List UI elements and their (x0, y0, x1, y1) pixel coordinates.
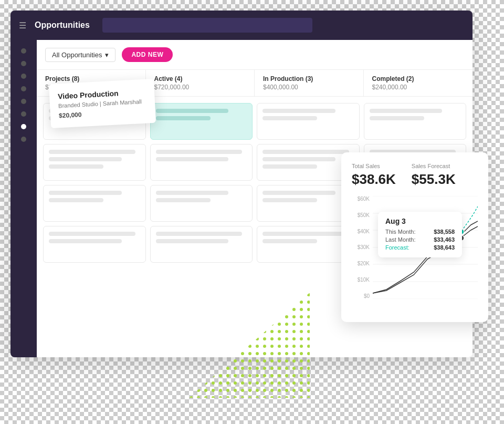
filter-button[interactable]: All Opportunities ▾ (45, 48, 116, 62)
forecast-label: Sales Forecast (412, 163, 456, 169)
y-label-20k: $20K (352, 261, 373, 266)
col-header-production: In Production (3) $400,000.00 (255, 70, 364, 96)
kanban-card[interactable] (43, 144, 146, 181)
col-amount-completed: $240,000.00 (372, 84, 465, 91)
chart-plot: Aug 3 This Month: $38,558 Last Month: $3… (373, 196, 478, 299)
card-line (156, 150, 243, 154)
analytics-panel: Total Sales $38.6K Sales Forecast $55.3K… (341, 152, 488, 322)
card-line (156, 157, 229, 161)
tooltip-forecast-label: Forecast: (385, 244, 410, 251)
kanban-card[interactable] (150, 226, 253, 263)
card-line (49, 239, 122, 243)
kanban-card[interactable] (150, 144, 253, 181)
card-line (262, 116, 317, 120)
sub-header: All Opportunities ▾ ADD NEW (37, 40, 472, 70)
app-title: Opportunities (35, 20, 90, 30)
card-line (156, 239, 229, 243)
y-label-60k: $60K (352, 196, 373, 202)
forecast-value: $55.3K (412, 171, 456, 188)
tooltip-this-month-label: This Month: (385, 229, 415, 235)
card-line (49, 191, 122, 195)
sidebar-item-6[interactable] (21, 111, 26, 117)
tooltip-forecast-val: $38,643 (434, 244, 455, 251)
card-line (262, 232, 349, 236)
sidebar-item-2[interactable] (21, 61, 26, 66)
card-line (262, 150, 349, 154)
sidebar-item-4[interactable] (21, 86, 26, 91)
tooltip-row-last-month: Last Month: $33,463 (385, 236, 455, 243)
card-line (156, 116, 211, 120)
card-line (156, 198, 211, 202)
kanban-card-teal[interactable] (150, 103, 253, 140)
sales-forecast: Sales Forecast $55.3K (412, 163, 456, 188)
tooltip-date: Aug 3 (385, 217, 455, 225)
chart-tooltip: Aug 3 This Month: $38,558 Last Month: $3… (378, 212, 462, 257)
col-title-completed: Completed (2) (372, 75, 465, 82)
col-title-production: In Production (3) (263, 75, 355, 82)
add-new-button[interactable]: ADD NEW (122, 47, 173, 62)
col-amount-active: $720,000.00 (154, 84, 246, 91)
tooltip-last-month-label: Last Month: (385, 236, 415, 243)
kanban-col-active (150, 103, 253, 263)
card-line (262, 157, 335, 161)
tooltip-last-month-val: $33,463 (434, 236, 455, 243)
total-sales-value: $38.6K (352, 171, 396, 188)
card-line (49, 232, 135, 236)
card-line (156, 232, 243, 236)
card-line (156, 109, 229, 113)
menu-icon[interactable]: ☰ (19, 20, 26, 30)
kanban-card[interactable] (364, 103, 467, 140)
card-line (370, 116, 424, 120)
kanban-card[interactable] (150, 185, 253, 222)
sidebar-item-8[interactable] (21, 137, 26, 142)
card-line (49, 164, 103, 169)
col-header-active: Active (4) $720,000.00 (146, 70, 255, 96)
total-sales-label: Total Sales (352, 163, 396, 169)
sidebar-item-active[interactable] (21, 124, 26, 129)
col-title-active: Active (4) (154, 75, 246, 82)
card-line (156, 191, 229, 195)
search-bar (102, 18, 312, 33)
total-sales: Total Sales $38.6K (352, 163, 396, 188)
header: ☰ Opportunities (10, 11, 472, 40)
chart-y-labels: $60K $50K $40K $30K $20K $10K $0 (352, 196, 373, 299)
card-line (49, 150, 135, 154)
card-line (262, 198, 317, 202)
kanban-card[interactable] (43, 226, 146, 263)
y-label-0: $0 (352, 293, 373, 299)
col-amount-production: $400,000.00 (263, 84, 355, 91)
y-label-30k: $30K (352, 244, 373, 250)
tooltip-this-month-val: $38,558 (434, 229, 455, 235)
card-line (262, 164, 317, 169)
chevron-down-icon: ▾ (105, 51, 109, 59)
card-line (49, 157, 122, 161)
tooltip-row-forecast: Forecast: $38,643 (385, 244, 455, 251)
tooltip-row-this-month: This Month: $38,558 (385, 229, 455, 235)
chart-area: $60K $50K $40K $30K $20K $10K $0 (352, 196, 478, 312)
analytics-summary: Total Sales $38.6K Sales Forecast $55.3K (352, 163, 478, 188)
y-label-50k: $50K (352, 212, 373, 218)
sidebar-item-5[interactable] (21, 99, 26, 104)
card-line (262, 191, 335, 195)
col-header-completed: Completed (2) $240,000.00 (364, 70, 473, 96)
y-label-40k: $40K (352, 229, 373, 234)
sidebar (10, 40, 37, 357)
kanban-card[interactable] (257, 103, 360, 140)
card-line (262, 109, 335, 113)
filter-label: All Opportunities (52, 51, 102, 59)
floating-card[interactable]: Video Production Branded Studio | Sarah … (49, 79, 156, 128)
card-line (370, 109, 443, 113)
card-line (49, 198, 103, 202)
kanban-card[interactable] (43, 185, 146, 222)
sidebar-item-3[interactable] (21, 74, 26, 79)
floating-card-amount: $20,000 (59, 108, 148, 120)
sidebar-item-1[interactable] (21, 48, 26, 54)
y-label-10k: $10K (352, 277, 373, 283)
card-line (262, 239, 317, 243)
